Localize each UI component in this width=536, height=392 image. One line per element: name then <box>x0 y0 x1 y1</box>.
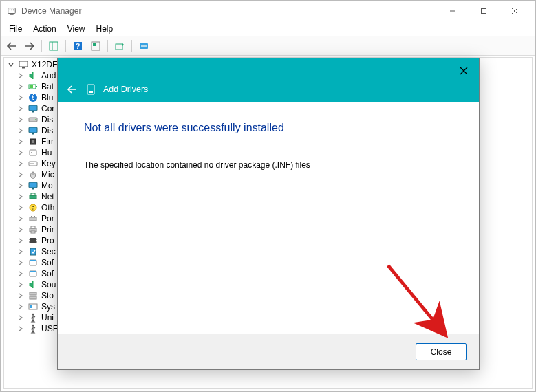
chevron-right-icon[interactable] <box>17 303 25 311</box>
soft-icon <box>28 268 39 279</box>
svg-rect-25 <box>32 111 34 113</box>
tree-node-label: Sof <box>41 257 54 268</box>
toolbar-separator <box>131 40 132 52</box>
chevron-right-icon[interactable] <box>17 171 25 179</box>
chevron-right-icon[interactable] <box>17 248 25 256</box>
tree-node-label: Por <box>41 213 54 224</box>
svg-rect-24 <box>29 105 37 111</box>
chevron-right-icon[interactable] <box>17 105 25 113</box>
svg-rect-50 <box>31 226 35 228</box>
close-window-button[interactable] <box>499 1 530 21</box>
tree-node-label: Firr <box>41 136 54 147</box>
chevron-right-icon[interactable] <box>17 292 25 300</box>
tree-node-label: Sto <box>41 290 54 301</box>
dialog-body: Not all drivers were successfully instal… <box>58 102 479 170</box>
window-controls <box>437 1 530 21</box>
menu-help[interactable]: Help <box>91 23 119 35</box>
tree-node-label: Mo <box>41 180 53 191</box>
menu-action[interactable]: Action <box>28 23 61 35</box>
chevron-right-icon[interactable] <box>17 94 25 102</box>
dialog-footer: Close <box>58 334 479 369</box>
update-driver-button[interactable] <box>111 39 128 54</box>
battery-icon <box>28 81 39 92</box>
svg-rect-31 <box>32 140 34 143</box>
maximize-button[interactable] <box>468 1 499 21</box>
app-icon <box>6 6 17 17</box>
close-button[interactable]: Close <box>416 343 467 360</box>
chevron-right-icon[interactable] <box>17 325 25 333</box>
monitor-icon <box>28 125 39 136</box>
chevron-right-icon[interactable] <box>17 259 25 267</box>
dialog-back-button[interactable] <box>66 83 78 96</box>
svg-rect-0 <box>8 8 16 13</box>
monitor-icon <box>28 103 39 114</box>
show-hide-tree-button[interactable] <box>45 39 62 54</box>
monitor-icon <box>28 180 39 191</box>
dialog-header: Add Drivers <box>58 58 479 102</box>
minimize-button[interactable] <box>437 1 468 21</box>
forward-button[interactable] <box>21 39 38 54</box>
tree-node-label: Pro <box>41 235 54 246</box>
scan-hardware-button[interactable] <box>136 39 152 54</box>
svg-rect-61 <box>30 271 36 272</box>
computer-icon <box>18 59 29 70</box>
chevron-right-icon[interactable] <box>17 127 25 135</box>
svg-rect-18 <box>19 61 28 67</box>
mouse-icon <box>28 169 39 180</box>
tree-node-label: Aud <box>41 70 56 81</box>
chevron-right-icon[interactable] <box>17 138 25 146</box>
svg-point-27 <box>35 119 36 120</box>
chevron-right-icon[interactable] <box>17 116 25 124</box>
menu-file[interactable]: File <box>3 23 28 35</box>
svg-rect-57 <box>30 248 36 255</box>
security-icon <box>28 246 39 257</box>
chevron-right-icon[interactable] <box>17 237 25 245</box>
chevron-right-icon[interactable] <box>17 281 25 289</box>
chevron-right-icon[interactable] <box>17 149 25 157</box>
device-manager-window: Device Manager File Action View Help ? <box>0 0 536 392</box>
other-icon: ? <box>28 202 39 213</box>
svg-rect-41 <box>32 188 34 190</box>
chevron-right-icon[interactable] <box>17 182 25 190</box>
back-button[interactable] <box>3 39 20 54</box>
svg-rect-6 <box>481 8 486 13</box>
svg-point-3 <box>11 9 12 10</box>
help-button[interactable]: ? <box>69 39 86 54</box>
toolbar: ? <box>1 36 535 56</box>
chevron-right-icon[interactable] <box>17 160 25 168</box>
svg-rect-15 <box>116 44 122 50</box>
tree-node-label: Blu <box>41 92 53 103</box>
svg-rect-63 <box>30 296 36 299</box>
svg-rect-47 <box>31 216 32 217</box>
chevron-right-icon[interactable] <box>17 83 25 91</box>
chevron-right-icon[interactable] <box>17 215 25 223</box>
chevron-down-icon[interactable] <box>7 61 15 69</box>
dialog-title: Add Drivers <box>103 85 148 94</box>
cpu-icon <box>28 235 39 246</box>
tree-node-label: Sou <box>41 279 56 290</box>
chevron-right-icon[interactable] <box>17 314 25 322</box>
chevron-right-icon[interactable] <box>17 204 25 212</box>
svg-rect-14 <box>93 43 96 46</box>
add-drivers-dialog: Add Drivers Not all drivers were success… <box>57 58 480 370</box>
chevron-right-icon[interactable] <box>17 270 25 278</box>
action-button[interactable] <box>87 39 104 54</box>
menu-view[interactable]: View <box>62 23 91 35</box>
bluetooth-icon <box>28 92 39 103</box>
tree-node-label: Sec <box>41 246 56 257</box>
chevron-right-icon[interactable] <box>17 72 25 80</box>
dialog-close-x[interactable] <box>455 63 472 79</box>
hid-icon <box>28 147 39 158</box>
tree-node-label: Prir <box>41 224 54 235</box>
svg-rect-43 <box>31 193 35 195</box>
port-icon <box>28 213 39 224</box>
svg-rect-19 <box>22 67 25 69</box>
chevron-right-icon[interactable] <box>17 193 25 201</box>
chevron-right-icon[interactable] <box>17 226 25 234</box>
svg-rect-46 <box>30 217 36 221</box>
tree-node-label: Hu <box>41 147 52 158</box>
toolbar-separator <box>107 40 108 52</box>
svg-rect-40 <box>29 182 37 188</box>
net-icon <box>28 191 39 202</box>
svg-rect-51 <box>31 231 35 233</box>
